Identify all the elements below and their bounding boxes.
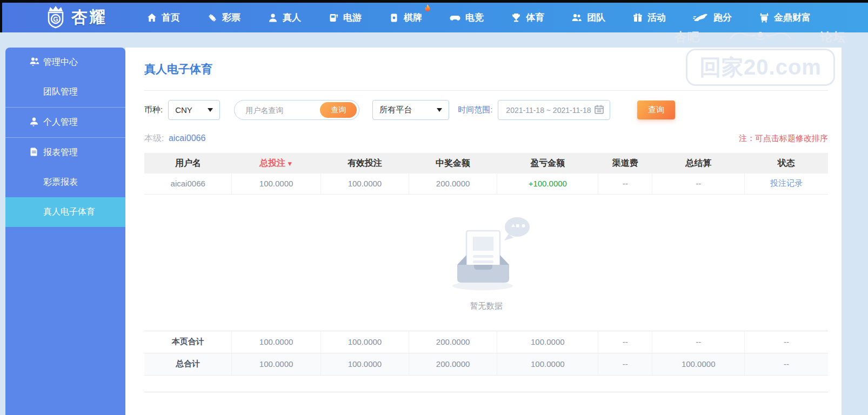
cell-valid-bet: 100.0000	[321, 173, 409, 194]
nav-item-boardgames[interactable]: 棋牌	[375, 3, 436, 32]
page-total-label: 本页合计	[144, 331, 232, 353]
username-search-box: 查询	[234, 100, 359, 120]
search-button[interactable]: 查询	[637, 101, 675, 119]
slot-machine-icon	[328, 12, 339, 23]
filter-bar: 币种: CNY 查询 所有平台 时间范围: 2021-11-18 ~ 2021-…	[144, 100, 828, 120]
title-divider	[144, 90, 828, 91]
nav-item-activity[interactable]: 活动	[619, 3, 679, 32]
table-header-row: 用户名 总投注▼ 有效投注 中奖金额 盈亏金额 渠道费 总结算 状态	[144, 153, 828, 173]
sidebar: 管理中心 团队管理 个人管理 报表管理 彩票报表 真人电子体育	[5, 48, 125, 415]
calendar-icon[interactable]	[594, 104, 604, 116]
cell-channel-fee: --	[598, 173, 652, 194]
nav-item-lottery[interactable]: 彩票	[193, 3, 254, 32]
sidebar-item-personal-management[interactable]: 个人管理	[5, 108, 125, 137]
sidebar-item-management-center[interactable]: 管理中心	[5, 48, 125, 77]
nav-item-paofen[interactable]: 跑分	[679, 3, 745, 32]
username-input[interactable]	[245, 106, 316, 115]
currency-select-value: CNY	[175, 105, 192, 115]
cell-username: aicai0066	[144, 173, 232, 194]
trophy-icon	[511, 12, 522, 23]
ticket-icon	[207, 12, 218, 23]
nav-item-team[interactable]: 团队	[558, 3, 619, 32]
col-header-channel-fee[interactable]: 渠道费	[598, 153, 652, 173]
main-content: 真人电子体育 币种: CNY 查询 所有平台 时间范围: 2021-11-18 …	[125, 48, 842, 415]
col-header-total-bet[interactable]: 总投注▼	[232, 153, 321, 173]
report-file-icon	[29, 147, 39, 159]
col-header-win-amount[interactable]: 中奖金额	[409, 153, 497, 173]
nav-item-wealth[interactable]: 金鼎财富	[745, 3, 824, 32]
chevron-down-icon	[208, 108, 213, 112]
sidebar-item-live-esports-report[interactable]: 真人电子体育	[5, 197, 125, 227]
ding-cauldron-icon	[759, 12, 770, 23]
bottom-divider	[144, 392, 828, 392]
chevron-down-icon	[437, 108, 442, 112]
grand-total-row: 总合计 100.0000 100.0000 200.0000 100.0000 …	[144, 353, 828, 375]
gamepad-icon	[449, 12, 461, 23]
level-label: 本级:	[144, 133, 164, 143]
team-people-icon	[571, 12, 583, 23]
bet-record-link[interactable]: 投注记录	[745, 173, 828, 194]
sort-hint-note: 注：可点击标题修改排序	[739, 133, 828, 144]
empty-state: 暂无数据	[144, 195, 828, 331]
fire-badge-icon	[424, 4, 431, 13]
cell-win-amount: 200.0000	[409, 173, 497, 194]
date-range-value: 2021-11-18 ~ 2021-11-18	[506, 106, 591, 115]
top-navigation-bar: G 杏耀 首页 彩票 真人 电游 棋牌 电竞	[0, 0, 868, 32]
currency-select[interactable]: CNY	[168, 100, 220, 120]
brand-logo[interactable]: G 杏耀	[44, 5, 107, 31]
platform-select-value: 所有平台	[379, 105, 412, 115]
nav-item-live[interactable]: 真人	[254, 3, 315, 32]
page-total-row: 本页合计 100.0000 100.0000 200.0000 100.0000…	[144, 331, 828, 353]
empty-inbox-icon	[440, 213, 532, 296]
empty-state-text: 暂无数据	[470, 301, 503, 311]
main-nav: 首页 彩票 真人 电游 棋牌 电竞 体育	[133, 3, 824, 32]
level-row: 本级: aicai0066 注：可点击标题修改排序	[144, 133, 828, 144]
username-search-button[interactable]: 查询	[320, 102, 357, 118]
cell-total-bet: 100.0000	[232, 173, 321, 194]
col-header-valid-bet[interactable]: 有效投注	[321, 153, 409, 173]
date-range-input[interactable]: 2021-11-18 ~ 2021-11-18	[498, 100, 610, 120]
platform-select[interactable]: 所有平台	[372, 100, 449, 120]
user-icon	[29, 117, 39, 129]
sidebar-item-report-management[interactable]: 报表管理	[5, 138, 125, 168]
sort-desc-icon: ▼	[286, 160, 293, 168]
users-icon	[29, 57, 40, 69]
col-header-total-settlement[interactable]: 总结算	[652, 153, 745, 173]
svg-text:G: G	[53, 16, 58, 23]
running-horse-icon	[693, 12, 709, 23]
page-title: 真人电子体育	[144, 62, 828, 77]
table-row: aicai0066 100.0000 100.0000 200.0000 +10…	[144, 173, 828, 194]
person-icon	[268, 12, 278, 23]
gift-icon	[632, 12, 643, 23]
nav-item-slots[interactable]: 电游	[315, 3, 375, 32]
totals-table: 本页合计 100.0000 100.0000 200.0000 100.0000…	[144, 331, 828, 376]
mahjong-tile-icon	[389, 12, 399, 23]
nav-item-esports[interactable]: 电竞	[436, 3, 497, 32]
nav-item-home[interactable]: 首页	[133, 3, 193, 32]
crown-shield-logo-icon: G	[44, 5, 67, 31]
nav-item-sports[interactable]: 体育	[497, 3, 558, 32]
sidebar-item-lottery-report[interactable]: 彩票报表	[5, 168, 125, 197]
date-range-label: 时间范围:	[458, 105, 492, 115]
report-table: 用户名 总投注▼ 有效投注 中奖金额 盈亏金额 渠道费 总结算 状态 aicai…	[144, 153, 828, 195]
home-icon	[146, 12, 157, 23]
cell-total-settlement: --	[652, 173, 745, 194]
currency-label: 币种:	[144, 105, 163, 115]
sidebar-item-team-management[interactable]: 团队管理	[5, 77, 125, 107]
grand-total-label: 总合计	[144, 353, 232, 375]
col-header-profit[interactable]: 盈亏金额	[497, 153, 598, 173]
level-user-link[interactable]: aicai0066	[169, 133, 206, 143]
col-header-status[interactable]: 状态	[745, 153, 828, 173]
brand-name: 杏耀	[71, 6, 107, 29]
col-header-username[interactable]: 用户名	[144, 153, 232, 173]
cell-profit: +100.0000	[497, 173, 598, 194]
